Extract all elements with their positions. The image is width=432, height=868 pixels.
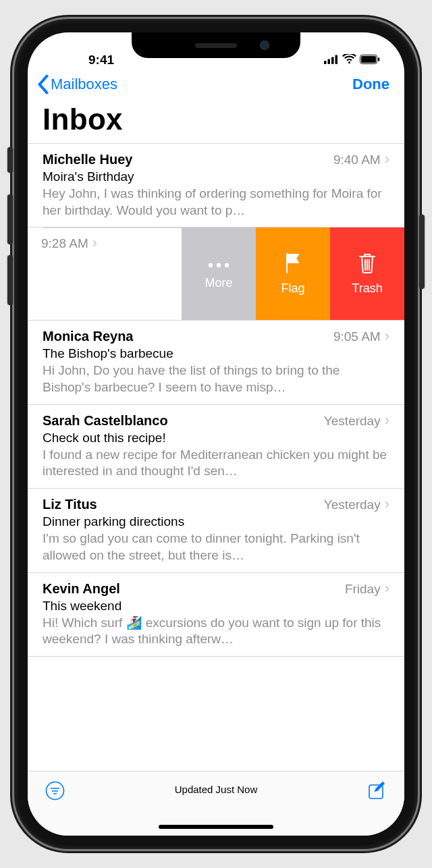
message-subject: Moira's Birthday (43, 169, 389, 184)
message-row[interactable]: Sarah Castelblanco Yesterday › Check out… (28, 405, 404, 489)
swipe-trash-button[interactable]: Trash (330, 227, 404, 320)
message-time: 9:05 AM (333, 329, 381, 344)
sender-name: Kevin Angel (43, 581, 345, 597)
toolbar-status: Updated Just Now (28, 784, 404, 795)
volume-up-button[interactable] (7, 194, 13, 244)
svg-point-7 (209, 263, 213, 267)
swipe-action-label: Flag (281, 281, 304, 296)
back-label: Mailboxes (51, 76, 117, 93)
swipe-action-label: More (205, 276, 232, 290)
swipe-action-label: Trash (352, 281, 382, 296)
svg-rect-3 (335, 55, 338, 65)
front-camera (260, 40, 269, 50)
chevron-right-icon: › (385, 412, 389, 429)
home-indicator[interactable] (159, 825, 273, 829)
chevron-right-icon: › (385, 327, 389, 345)
sender-name: Liz Titus (43, 497, 324, 512)
mute-switch[interactable] (7, 147, 13, 173)
message-time: Yesterday (324, 414, 381, 429)
bottom-toolbar: Updated Just Now (28, 771, 404, 836)
done-button[interactable]: Done (352, 76, 389, 93)
message-preview: Hey John, I was thinking of ordering som… (43, 186, 389, 219)
message-subject: Dinner parking directions (43, 514, 389, 529)
svg-rect-2 (331, 57, 334, 65)
screen: 9:41 Mailboxes Done Inbox (28, 32, 404, 836)
message-time: 9:40 AM (333, 153, 381, 167)
battery-icon (360, 53, 380, 67)
phone-frame: 9:41 Mailboxes Done Inbox (14, 19, 418, 849)
volume-down-button[interactable] (7, 255, 13, 305)
message-preview: I found a new recipe for Mediterranean c… (43, 447, 389, 480)
message-row[interactable]: Liz Titus Yesterday › Dinner parking dir… (28, 489, 404, 572)
message-time: Yesterday (324, 497, 381, 512)
message-row[interactable]: Michelle Huey 9:40 AM › Moira's Birthday… (28, 144, 404, 227)
swipe-more-button[interactable]: More (182, 227, 256, 320)
swipe-flag-button[interactable]: Flag (256, 227, 330, 320)
svg-rect-0 (324, 61, 327, 64)
chevron-right-icon: › (92, 234, 97, 252)
speaker-grille (195, 43, 237, 48)
message-subject: This weekend (43, 599, 389, 614)
message-preview: Hi John, Do you have the list of things … (43, 362, 389, 396)
status-time: 9:41 (57, 53, 145, 67)
message-list[interactable]: Michelle Huey 9:40 AM › Moira's Birthday… (28, 143, 404, 657)
chevron-left-icon (37, 74, 49, 94)
svg-rect-5 (361, 56, 376, 63)
page-title: Inbox (28, 100, 404, 143)
svg-rect-1 (328, 59, 331, 65)
message-subject: Check out this recipe! (43, 431, 389, 445)
message-preview: gether for game idering if you're fr… (28, 272, 183, 305)
power-button[interactable] (419, 215, 425, 289)
cellular-icon (324, 53, 339, 67)
message-subject: The Bishop's barbecue (43, 346, 389, 361)
message-preview: Hi! Which surf 🏄‍♀️ excursions do you wa… (43, 615, 389, 648)
message-row[interactable]: Monica Reyna 9:05 AM › The Bishop's barb… (28, 321, 404, 404)
sender-name: Sarah Castelblanco (43, 413, 324, 429)
chevron-right-icon: › (385, 580, 389, 597)
back-button[interactable]: Mailboxes (37, 74, 117, 94)
message-preview: I'm so glad you can come to dinner tonig… (43, 531, 389, 564)
sender-name: Michelle Huey (43, 152, 333, 167)
nav-bar: Mailboxes Done (28, 67, 404, 100)
message-row-swiped[interactable]: 9:28 AM › gether for game idering if you… (28, 227, 404, 321)
svg-rect-6 (378, 57, 379, 61)
flag-icon (284, 252, 302, 277)
chevron-right-icon: › (385, 151, 389, 168)
message-row[interactable]: Kevin Angel Friday › This weekend Hi! Wh… (28, 573, 404, 657)
sender-name: Monica Reyna (43, 329, 333, 344)
svg-point-8 (217, 263, 221, 267)
message-time: 9:28 AM (41, 236, 88, 251)
trash-icon (358, 252, 376, 277)
notch (132, 32, 300, 58)
wifi-icon (342, 53, 356, 67)
chevron-right-icon: › (385, 495, 389, 513)
ellipsis-icon (207, 258, 230, 272)
svg-point-9 (225, 263, 229, 267)
message-time: Friday (345, 582, 381, 597)
swipe-actions: More Flag Trash (182, 227, 404, 320)
